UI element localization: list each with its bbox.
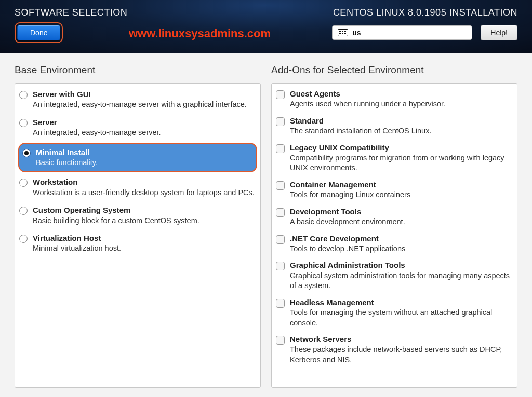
installer-title: CENTOS LINUX 8.0.1905 INSTALLATION [333, 7, 517, 18]
checkbox-icon[interactable] [276, 208, 285, 217]
addon-item-development-tools[interactable]: Development ToolsA basic development env… [272, 203, 517, 230]
checkbox-icon[interactable] [276, 181, 285, 190]
checkbox-icon[interactable] [276, 299, 285, 308]
env-item-virtualization-host[interactable]: Virtualization HostMinimal virtualizatio… [15, 229, 260, 257]
addons-title: Add-Ons for Selected Environment [271, 64, 517, 76]
addon-desc: A basic development environment. [290, 217, 512, 227]
addon-item--net-core-development[interactable]: .NET Core DevelopmentTools to develop .N… [272, 230, 517, 257]
addon-desc: These packages include network-based ser… [290, 345, 512, 365]
base-environment-list[interactable]: Server with GUIAn integrated, easy-to-ma… [15, 83, 261, 388]
radio-icon[interactable] [19, 235, 28, 243]
base-environment-column: Base Environment Server with GUIAn integ… [15, 64, 261, 388]
done-button[interactable]: Done [17, 25, 60, 40]
base-environment-title: Base Environment [15, 64, 261, 76]
addon-name: Graphical Administration Tools [290, 260, 512, 270]
main-content: Base Environment Server with GUIAn integ… [0, 53, 532, 397]
checkbox-icon[interactable] [276, 235, 285, 244]
env-name: Server [33, 117, 255, 128]
addon-name: Headless Management [290, 297, 512, 308]
addon-name: .NET Core Development [290, 234, 512, 244]
env-name: Workstation [33, 177, 255, 187]
checkbox-icon[interactable] [276, 336, 285, 345]
env-item-minimal-install[interactable]: Minimal InstallBasic functionality. [18, 143, 257, 173]
env-item-server-with-gui[interactable]: Server with GUIAn integrated, easy-to-ma… [15, 86, 260, 114]
addon-item-legacy-unix-compatibility[interactable]: Legacy UNIX CompatibilityCompatibility p… [272, 140, 517, 176]
addon-name: Network Servers [290, 334, 512, 345]
env-desc: Basic building block for a custom CentOS… [33, 216, 255, 226]
addon-name: Guest Agents [290, 89, 512, 99]
keyboard-layout-label: us [352, 29, 361, 37]
env-item-custom-operating-system[interactable]: Custom Operating SystemBasic building bl… [15, 201, 260, 229]
keyboard-icon [338, 29, 348, 36]
env-name: Server with GUI [33, 89, 255, 100]
addon-desc: Tools for managing the system without an… [290, 308, 512, 328]
page-title: SOFTWARE SELECTION [15, 7, 127, 18]
done-button-highlight: Done [15, 22, 63, 43]
addon-item-graphical-administration-tools[interactable]: Graphical Administration ToolsGraphical … [272, 257, 517, 294]
addon-desc: Graphical system administration tools fo… [290, 271, 512, 291]
env-desc: An integrated, easy-to-manage server wit… [33, 100, 255, 110]
radio-icon[interactable] [22, 149, 31, 157]
addon-name: Development Tools [290, 207, 512, 217]
addon-desc: Agents used when running under a hypervi… [290, 99, 512, 109]
addon-name: Legacy UNIX Compatibility [290, 143, 512, 153]
env-desc: Minimal virtualization host. [33, 243, 255, 254]
env-desc: Workstation is a user-friendly desktop s… [33, 188, 255, 198]
addon-desc: The standard installation of CentOS Linu… [290, 126, 512, 136]
checkbox-icon[interactable] [276, 90, 285, 99]
radio-icon[interactable] [19, 91, 28, 99]
env-desc: An integrated, easy-to-manage server. [33, 128, 255, 138]
addons-column: Add-Ons for Selected Environment Guest A… [271, 64, 517, 388]
env-desc: Basic functionality. [36, 158, 252, 168]
env-item-server[interactable]: ServerAn integrated, easy-to-manage serv… [15, 114, 260, 142]
checkbox-icon[interactable] [276, 262, 285, 270]
checkbox-icon[interactable] [276, 144, 285, 153]
addon-name: Container Management [290, 180, 512, 190]
top-header: SOFTWARE SELECTION CENTOS LINUX 8.0.1905… [0, 0, 532, 53]
help-button[interactable]: Help! [481, 25, 517, 40]
watermark-text: www.linuxsysadmins.com [129, 27, 271, 40]
addon-name: Standard [290, 116, 512, 126]
addons-list[interactable]: Guest AgentsAgents used when running und… [271, 83, 517, 388]
radio-icon[interactable] [19, 119, 28, 127]
addon-item-network-servers[interactable]: Network ServersThese packages include ne… [272, 331, 517, 368]
radio-icon[interactable] [19, 179, 28, 187]
env-item-workstation[interactable]: WorkstationWorkstation is a user-friendl… [15, 173, 260, 201]
checkbox-icon[interactable] [276, 117, 285, 126]
addon-item-guest-agents[interactable]: Guest AgentsAgents used when running und… [272, 86, 517, 113]
env-name: Custom Operating System [33, 205, 255, 215]
keyboard-layout-indicator[interactable]: us [332, 25, 472, 40]
addon-item-headless-management[interactable]: Headless ManagementTools for managing th… [272, 294, 517, 331]
radio-icon[interactable] [19, 207, 28, 215]
addon-desc: Tools for managing Linux containers [290, 190, 512, 200]
addon-desc: Tools to develop .NET applications [290, 244, 512, 254]
env-name: Minimal Install [36, 147, 252, 158]
addon-item-standard[interactable]: StandardThe standard installation of Cen… [272, 113, 517, 140]
env-name: Virtualization Host [33, 233, 255, 243]
addon-desc: Compatibility programs for migration fro… [290, 153, 512, 173]
addon-item-container-management[interactable]: Container ManagementTools for managing L… [272, 176, 517, 203]
